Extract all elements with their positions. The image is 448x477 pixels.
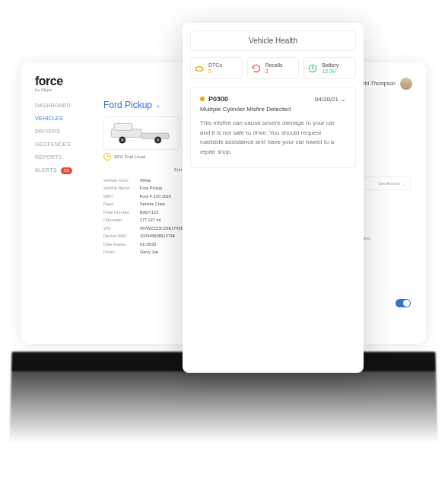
brand: force by Mojio — [35, 75, 63, 92]
spec-value: 01/18/20 — [140, 240, 156, 248]
spec-row: Vehicle Color:White — [103, 176, 187, 184]
stat-label: DTCs — [208, 62, 222, 68]
spec-key: Vehicle Name: — [103, 184, 140, 192]
spec-row: Device IMEI:102945608910748 — [103, 232, 187, 240]
spec-key: Date Added: — [103, 240, 140, 248]
spec-value: BADY123 — [140, 208, 158, 216]
sidebar-item-dashboard[interactable]: DASHBOARD — [35, 103, 90, 108]
engine-icon — [194, 63, 205, 74]
dtc-date-dropdown[interactable]: 04/20/21 ⌄ — [315, 96, 346, 103]
svg-point-6 — [157, 138, 160, 142]
sidebar-item-label: ALERTS — [35, 167, 57, 173]
spec-value: Ford Pickup — [140, 184, 162, 192]
spec-value: 177,027 mi — [140, 216, 160, 224]
spec-key: Driver: — [103, 248, 140, 256]
spec-row: Vehicle Name:Ford Pickup — [103, 184, 187, 192]
dtc-card: P0300 04/20/21 ⌄ Multiple Cylinder Misfi… — [190, 87, 356, 168]
stat-row: DTCs 5 Recalls 2 Battery 12.3V — [190, 57, 356, 79]
recall-icon — [251, 63, 262, 74]
vehicle-health-modal: Vehicle Health DTCs 5 Recalls 2 — [183, 23, 364, 373]
user-area[interactable]: Todd Thompson — [357, 78, 412, 90]
spec-row: VIN:WVWZZZ3CZ9E174581 — [103, 224, 187, 232]
spec-key: Plate Number: — [103, 208, 140, 216]
chevron-down-icon: ⌄ — [155, 101, 161, 109]
battery-icon — [307, 63, 318, 74]
svg-rect-2 — [114, 123, 132, 130]
fuel-label: 25% Fuel Level — [114, 154, 145, 159]
spec-value: White — [140, 176, 151, 184]
sidebar-item-reports[interactable]: REPORTS — [35, 154, 90, 160]
stat-label: Battery — [322, 62, 338, 68]
spec-value: Service Crew — [140, 200, 165, 208]
vehicle-image — [103, 116, 180, 150]
stat-value: 5 — [208, 68, 222, 75]
spec-key: Fleet: — [103, 200, 140, 208]
truck-icon — [107, 119, 176, 147]
spec-key: Odometer: — [103, 216, 140, 224]
sidebar-item-drivers[interactable]: DRIVERS — [35, 129, 90, 134]
svg-rect-1 — [141, 133, 169, 138]
spec-row: Date Added:01/18/20 — [103, 240, 187, 248]
stat-value: 2 — [265, 68, 283, 75]
vehicle-spec-table: Vehicle Color:WhiteVehicle Name:Ford Pic… — [103, 176, 187, 256]
spec-key: Device IMEI: — [103, 232, 140, 240]
fuel-gauge-icon — [103, 153, 111, 161]
dtc-code-row: P0300 — [200, 95, 228, 103]
stat-battery[interactable]: Battery 12.3V — [303, 57, 356, 79]
dtc-date: 04/20/21 — [315, 96, 338, 103]
stat-recalls[interactable]: Recalls 2 — [247, 57, 300, 79]
page-title: Ford Pickup — [103, 100, 152, 110]
spec-value: WVWZZZ3CZ9E174581 — [140, 224, 186, 232]
spec-value: 102945608910748 — [140, 232, 175, 240]
sidebar-item-geofences[interactable]: GEOFENCES — [35, 142, 90, 147]
spec-row: Plate Number:BADY123 — [103, 208, 187, 216]
alerts-badge: 31 — [61, 167, 72, 174]
spec-key: VIN: — [103, 224, 140, 232]
dtc-body: This misfire can cause severe damage to … — [200, 119, 346, 157]
fuel-level: 25% Fuel Level — [103, 153, 187, 161]
avatar[interactable] — [400, 78, 412, 90]
chevron-down-icon: ⌄ — [402, 181, 405, 186]
brand-name: force — [35, 75, 63, 88]
toggle-switch[interactable] — [396, 299, 411, 307]
stat-label: Recalls — [265, 62, 283, 68]
spec-row: MMY:Ford F-150 2020 — [103, 192, 187, 200]
vehicle-card: 25% Fuel Level Edit ✎ Vehicle Color:Whit… — [103, 116, 187, 256]
modal-title: Vehicle Health — [190, 30, 356, 51]
edit-button[interactable]: Edit ✎ — [103, 167, 187, 172]
svg-point-4 — [121, 138, 124, 142]
spec-row: Driver:Gerry Joe — [103, 248, 187, 256]
spec-row: Fleet:Service Crew — [103, 200, 187, 208]
spec-row: Odometer:177,027 mi — [103, 216, 187, 224]
stat-dtcs[interactable]: DTCs 5 — [190, 57, 243, 79]
spec-value: Ford F-150 2020 — [140, 192, 171, 200]
spec-value: Gerry Joe — [140, 248, 158, 256]
sidebar: DASHBOARD VEHICLES DRIVERS GEOFENCES REP… — [35, 100, 90, 256]
sidebar-item-vehicles[interactable]: VEHICLES — [35, 116, 90, 121]
stat-value: 12.3V — [322, 68, 338, 75]
spec-key: Vehicle Color: — [103, 176, 140, 184]
status-dot-icon — [200, 97, 205, 101]
spec-key: MMY: — [103, 192, 140, 200]
chevron-down-icon: ⌄ — [341, 96, 346, 103]
sidebar-item-alerts[interactable]: ALERTS 31 — [35, 167, 90, 174]
dtc-subtitle: Multiple Cylinder Misfire Detected — [200, 106, 346, 113]
dtc-code: P0300 — [208, 95, 228, 103]
